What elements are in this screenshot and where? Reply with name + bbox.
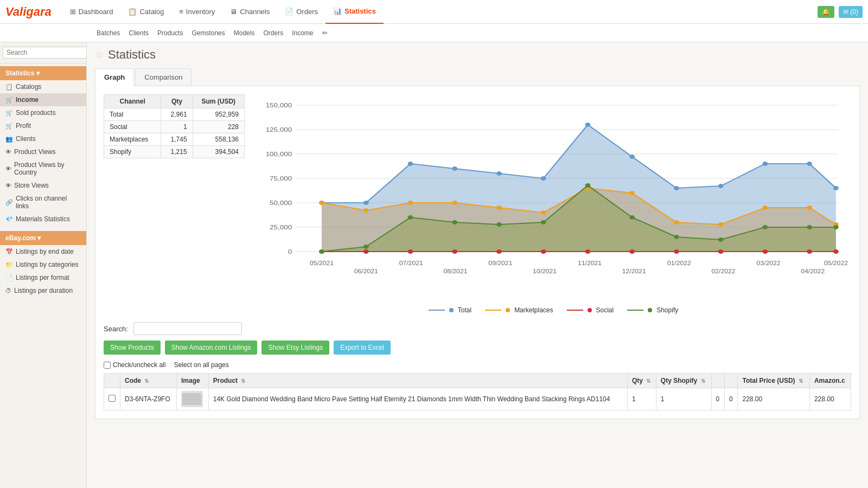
tab-graph[interactable]: Graph	[95, 68, 134, 86]
subnav-clients[interactable]: Clients	[124, 24, 153, 42]
svg-point-74	[541, 220, 546, 224]
sidebar-item-store-views[interactable]: 👁 Store Views	[0, 179, 86, 192]
row-qty-shopify: 1	[656, 388, 711, 410]
nav-right: 🔔 ✉ (0)	[818, 6, 863, 18]
tabs: Graph Comparison	[95, 68, 860, 86]
tab-comparison[interactable]: Comparison	[135, 68, 192, 86]
th-checkbox	[104, 374, 120, 388]
svg-point-59	[452, 249, 457, 254]
svg-point-41	[807, 162, 812, 166]
subnav-orders[interactable]: Orders	[259, 24, 288, 42]
svg-point-60	[496, 249, 502, 254]
svg-text:03/2022: 03/2022	[756, 260, 780, 266]
show-products-button[interactable]: Show Products	[104, 341, 161, 355]
svg-point-39	[718, 184, 724, 188]
product-search-input[interactable]	[133, 322, 242, 335]
svg-text:06/2021: 06/2021	[354, 268, 378, 274]
nav-catalog[interactable]: 📋 Catalog	[120, 0, 171, 24]
sidebar-item-clicks[interactable]: 🔗 Clicks on channel links	[0, 192, 86, 213]
svg-point-38	[674, 186, 679, 190]
sidebar-item-product-views-country[interactable]: 👁 Product Views by Country	[0, 158, 86, 179]
th-col5	[711, 374, 724, 388]
subnav-products[interactable]: Products	[153, 24, 187, 42]
nav-statistics[interactable]: 📊 Statistics	[326, 0, 384, 24]
sidebar-item-income[interactable]: 🛒 Income	[0, 93, 86, 106]
statistics-section-header[interactable]: Statistics ▾	[0, 66, 86, 80]
product-image	[181, 391, 203, 407]
nav-inventory[interactable]: ≡ Inventory	[171, 0, 222, 24]
chart-table: Channel Qty Sum (USD) Total 2,961 952,95…	[104, 94, 245, 158]
qty-social: 1	[161, 121, 193, 133]
th-product[interactable]: Product ⇅	[208, 374, 627, 388]
svg-point-51	[674, 220, 679, 224]
sidebar-item-listings-duration[interactable]: ⏱ Listings per duration	[0, 284, 86, 297]
svg-point-47	[496, 206, 502, 210]
svg-point-66	[763, 249, 768, 254]
line-chart: 150,000 125,000 100,000 75,000 50,000 25…	[256, 94, 851, 300]
nav-orders[interactable]: 📄 Orders	[277, 0, 326, 24]
main-content: ☆ Statistics Graph Comparison Channel Qt…	[87, 42, 868, 488]
subnav-batches[interactable]: Batches	[92, 24, 124, 42]
search-input[interactable]	[3, 47, 87, 59]
statistics-section: Statistics ▾ 📋 Catalogs 🛒 Income 🛒 Sold …	[0, 63, 86, 228]
svg-point-65	[718, 249, 724, 254]
subnav-edit[interactable]: ✏	[318, 24, 332, 42]
legend-social: Social	[567, 306, 614, 314]
row-amazon: 228.00	[809, 388, 851, 410]
sidebar-item-profit[interactable]: 🛒 Profit	[0, 119, 86, 132]
sidebar-item-clients[interactable]: 👥 Clients	[0, 132, 86, 145]
svg-point-48	[541, 210, 546, 215]
legend-dot-total	[449, 308, 454, 312]
svg-point-32	[408, 162, 413, 166]
sidebar-item-listings-categories[interactable]: 📁 Listings by categories	[0, 258, 86, 271]
notification-button[interactable]: 🔔	[818, 6, 834, 18]
subnav-income[interactable]: Income	[288, 24, 317, 42]
th-qty[interactable]: Qty ⇅	[627, 374, 656, 388]
th-qty-shopify[interactable]: Qty Shopify ⇅	[656, 374, 711, 388]
check-all-checkbox[interactable]	[104, 362, 111, 369]
show-amazon-listings-button[interactable]: Show Amazon.com Listings	[165, 341, 258, 355]
subnav-gemstones[interactable]: Gemstones	[187, 24, 229, 42]
show-etsy-listings-button[interactable]: Show Etsy Listings	[261, 341, 329, 355]
sum-social: 228	[193, 121, 244, 133]
clients-icon: 👥	[5, 136, 13, 143]
check-uncheck-all-label[interactable]: Check/uncheck all	[104, 361, 165, 369]
svg-text:150,000: 150,000	[266, 102, 292, 109]
sidebar-item-listings-end-date[interactable]: 📅 Listings by end date	[0, 245, 86, 258]
th-col6	[725, 374, 738, 388]
export-excel-button[interactable]: Export to Excel	[334, 341, 391, 355]
nav-channels[interactable]: 🖥 Channels	[222, 0, 277, 24]
sidebar-item-catalogs[interactable]: 📋 Catalogs	[0, 80, 86, 93]
sidebar-item-materials[interactable]: 💎 Materials Statistics	[0, 213, 86, 226]
nav-dashboard[interactable]: ⊞ Dashboard	[62, 0, 121, 24]
format-icon: 📄	[5, 274, 13, 281]
svg-point-64	[674, 249, 679, 254]
sort-icon-qty: ⇅	[646, 378, 650, 384]
channel-marketplaces: Marketplaces	[104, 133, 161, 146]
data-table: Code ⇅ Image Product ⇅ Qty ⇅	[104, 373, 851, 410]
svg-text:02/2022: 02/2022	[712, 268, 736, 274]
sort-icon-qty-shopify: ⇅	[701, 378, 705, 384]
ebay-section-header[interactable]: eBay.com ▾	[0, 231, 86, 245]
row-checkbox[interactable]	[108, 395, 116, 402]
mail-button[interactable]: ✉ (0)	[839, 6, 863, 18]
end-date-icon: 📅	[5, 248, 13, 255]
row-col5: 0	[711, 388, 724, 410]
main-layout: ◀ Statistics ▾ 📋 Catalogs 🛒 Income 🛒 Sol…	[0, 42, 868, 488]
sidebar-item-sold-products[interactable]: 🛒 Sold products	[0, 106, 86, 119]
subnav-models[interactable]: Models	[229, 24, 259, 42]
svg-text:11/2021: 11/2021	[578, 260, 602, 266]
sidebar: ◀ Statistics ▾ 📋 Catalogs 🛒 Income 🛒 Sol…	[0, 42, 87, 488]
th-total-price[interactable]: Total Price (USD) ⇅	[738, 374, 809, 388]
row-checkbox-cell[interactable]	[104, 388, 120, 410]
logo: Valigara	[5, 5, 52, 19]
table-row: Shopify 1,215 394,504	[104, 146, 245, 158]
th-code[interactable]: Code ⇅	[120, 374, 177, 388]
sidebar-item-product-views[interactable]: 👁 Product Views	[0, 145, 86, 158]
svg-point-45	[408, 201, 413, 205]
sidebar-item-listings-format[interactable]: 📄 Listings per format	[0, 271, 86, 284]
svg-point-78	[718, 237, 724, 242]
th-image: Image	[176, 374, 208, 388]
svg-point-73	[496, 222, 502, 227]
row-code: D3-6NTA-Z9FO	[120, 388, 177, 410]
